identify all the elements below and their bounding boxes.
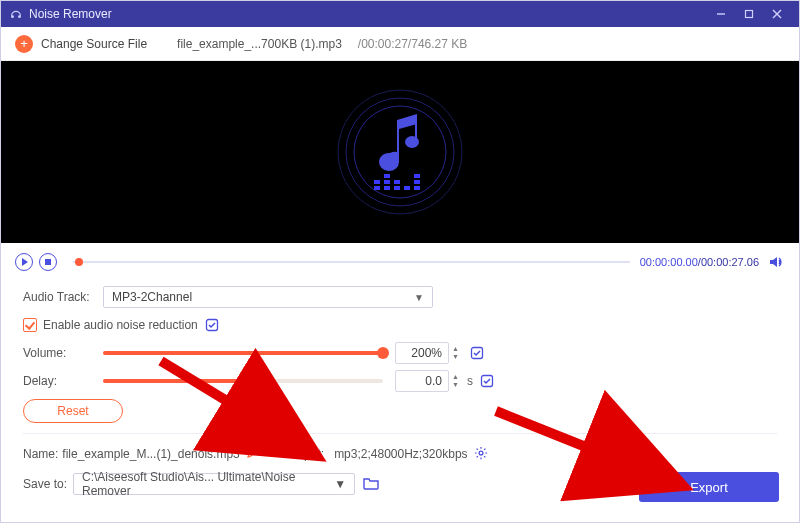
delay-unit: s xyxy=(467,374,473,388)
delay-thumb[interactable] xyxy=(237,375,249,387)
noise-reduction-checkbox[interactable] xyxy=(23,318,37,332)
time-display: 00:00:00.00/00:00:27.06 xyxy=(640,256,759,268)
svg-rect-14 xyxy=(384,180,390,184)
audio-track-select[interactable]: MP3-2Channel ▼ xyxy=(103,286,433,308)
titlebar: Noise Remover xyxy=(1,1,799,27)
source-bar: + Change Source File file_example_...700… xyxy=(1,27,799,61)
open-folder-icon[interactable] xyxy=(363,476,379,493)
svg-rect-11 xyxy=(374,186,380,190)
volume-thumb[interactable] xyxy=(377,347,389,359)
svg-rect-16 xyxy=(394,186,400,190)
source-meta: /00:00:27/746.27 KB xyxy=(358,37,467,51)
divider xyxy=(23,433,777,434)
volume-stepper[interactable]: ▲▼ xyxy=(452,345,459,361)
svg-rect-21 xyxy=(414,174,420,178)
scrub-thumb[interactable] xyxy=(75,258,83,266)
delay-label: Delay: xyxy=(23,374,103,388)
chevron-down-icon: ▼ xyxy=(414,292,424,303)
svg-rect-3 xyxy=(746,11,753,18)
svg-point-1 xyxy=(18,15,21,18)
save-to-select[interactable]: C:\Aiseesoft Studio\Ais... Ultimate\Nois… xyxy=(73,473,355,495)
scrub-slider[interactable] xyxy=(73,261,630,263)
svg-point-0 xyxy=(11,15,14,18)
reset-button[interactable]: Reset xyxy=(23,399,123,423)
svg-rect-13 xyxy=(384,186,390,190)
svg-rect-20 xyxy=(414,180,420,184)
source-filename: file_example_...700KB (1).mp3 xyxy=(177,37,342,51)
delay-reset-icon[interactable] xyxy=(479,373,495,389)
noise-reduction-label: Enable audio noise reduction xyxy=(43,318,198,332)
minimize-button[interactable] xyxy=(707,1,735,27)
volume-slider[interactable] xyxy=(103,351,383,355)
svg-rect-19 xyxy=(414,186,420,190)
add-source-button[interactable]: + xyxy=(15,35,33,53)
volume-icon[interactable] xyxy=(767,253,785,271)
time-total: /00:00:27.06 xyxy=(698,256,759,268)
volume-reset-icon[interactable] xyxy=(469,345,485,361)
change-source-link[interactable]: Change Source File xyxy=(41,37,147,51)
output-label: Output: xyxy=(285,447,324,461)
output-format: mp3;2;48000Hz;320kbps xyxy=(334,447,467,461)
time-current: 00:00:00.00 xyxy=(640,256,698,268)
svg-rect-10 xyxy=(415,116,417,142)
svg-rect-15 xyxy=(384,174,390,178)
svg-rect-18 xyxy=(404,186,410,190)
delay-stepper[interactable]: ▲▼ xyxy=(452,373,459,389)
volume-value[interactable]: 200% xyxy=(395,342,449,364)
close-button[interactable] xyxy=(763,1,791,27)
delay-slider[interactable] xyxy=(103,379,383,383)
audio-track-label: Audio Track: xyxy=(23,290,103,304)
name-label: Name: xyxy=(23,447,58,461)
stop-button[interactable] xyxy=(39,253,57,271)
save-to-label: Save to: xyxy=(23,477,67,491)
play-button[interactable] xyxy=(15,253,33,271)
export-button[interactable]: Export xyxy=(639,472,779,502)
maximize-button[interactable] xyxy=(735,1,763,27)
output-name: file_example_M...(1)_denois.mp3 xyxy=(62,447,239,461)
delay-value[interactable]: 0.0 xyxy=(395,370,449,392)
settings-panel: Audio Track: MP3-2Channel ▼ Enable audio… xyxy=(1,275,799,498)
player-bar: 00:00:00.00/00:00:27.06 xyxy=(1,249,799,275)
app-icon xyxy=(9,7,23,21)
svg-rect-17 xyxy=(394,180,400,184)
app-title: Noise Remover xyxy=(29,7,112,21)
chevron-down-icon: ▼ xyxy=(334,477,346,491)
volume-label: Volume: xyxy=(23,346,103,360)
svg-point-6 xyxy=(338,90,462,214)
output-settings-icon[interactable] xyxy=(474,446,488,463)
music-placeholder-icon xyxy=(320,72,480,232)
save-to-value: C:\Aiseesoft Studio\Ais... Ultimate\Nois… xyxy=(82,470,334,498)
noise-reduction-settings-icon[interactable] xyxy=(204,317,220,333)
preview-area xyxy=(1,61,799,243)
audio-track-value: MP3-2Channel xyxy=(112,290,192,304)
svg-point-25 xyxy=(479,451,483,455)
svg-rect-12 xyxy=(374,180,380,184)
edit-name-icon[interactable] xyxy=(246,446,259,462)
